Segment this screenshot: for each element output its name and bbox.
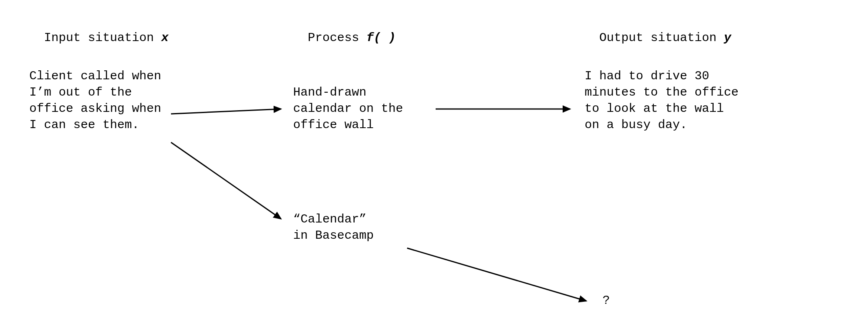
header-input-label: Input situation (44, 31, 161, 45)
node-process-top: Hand-drawn calendar on the office wall (293, 85, 427, 133)
node-process-bottom: “Calendar” in Basecamp (293, 211, 407, 244)
node-input: Client called when I’m out of the office… (29, 68, 168, 133)
arrow-input-to-process-top (171, 109, 281, 114)
header-input-var: x (161, 31, 169, 45)
header-process: Process f( ) (293, 14, 396, 46)
header-output-label: Output situation (599, 31, 724, 45)
header-output: Output situation y (585, 14, 731, 46)
header-process-var: f( ) (366, 31, 396, 45)
header-input: Input situation x (29, 14, 169, 46)
arrow-input-to-process-bottom (171, 142, 281, 219)
arrows-layer (0, 0, 868, 327)
arrow-process-bottom-to-output-bottom (407, 248, 586, 301)
node-output-bottom: ? (603, 293, 610, 309)
header-process-label: Process (308, 31, 366, 45)
header-output-var: y (724, 31, 731, 45)
node-output-top: I had to drive 30 minutes to the office … (585, 68, 739, 133)
